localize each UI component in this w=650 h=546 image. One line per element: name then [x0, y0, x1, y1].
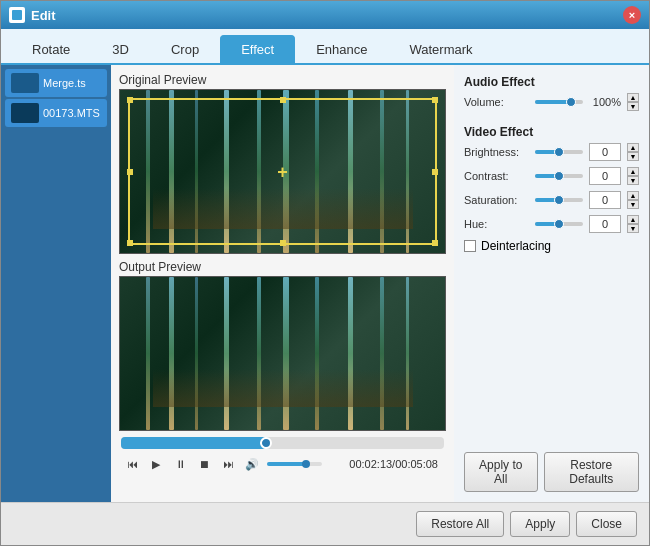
video-effect-section: Video Effect Brightness: 0 ▲ ▼: [464, 125, 639, 253]
crop-handle-mr[interactable]: [432, 169, 438, 175]
apply-to-all-button[interactable]: Apply to All: [464, 452, 538, 492]
hue-slider[interactable]: [535, 217, 583, 231]
tab-3d[interactable]: 3D: [91, 35, 150, 63]
close-window-button[interactable]: ×: [623, 6, 641, 24]
hue-thumb[interactable]: [554, 219, 564, 229]
deinterlacing-label: Deinterlacing: [481, 239, 551, 253]
contrast-spin[interactable]: ▲ ▼: [627, 167, 639, 185]
window-title: Edit: [31, 8, 56, 23]
contrast-up-btn[interactable]: ▲: [627, 167, 639, 176]
crop-handle-bm[interactable]: [280, 240, 286, 246]
saturation-row: Saturation: 0 ▲ ▼: [464, 191, 639, 209]
file-item-merge[interactable]: Merge.ts: [5, 69, 107, 97]
stop-button[interactable]: ⏹: [195, 455, 213, 473]
contrast-thumb[interactable]: [554, 171, 564, 181]
tab-watermark[interactable]: Watermark: [388, 35, 493, 63]
crop-handle-bl[interactable]: [127, 240, 133, 246]
hue-down-btn[interactable]: ▼: [627, 224, 639, 233]
deinterlacing-checkbox[interactable]: [464, 240, 476, 252]
playback-bar: ⏮ ▶ ⏸ ⏹ ⏭ 🔊 00:02:13/00:05:08: [119, 437, 446, 475]
title-bar: Edit ×: [1, 1, 649, 29]
contrast-input[interactable]: 0: [589, 167, 621, 185]
original-preview-section: Original Preview: [119, 73, 446, 254]
saturation-track: [535, 198, 583, 202]
saturation-thumb[interactable]: [554, 195, 564, 205]
title-bar-left: Edit: [9, 7, 56, 23]
brightness-track: [535, 150, 583, 154]
saturation-down-btn[interactable]: ▼: [627, 200, 639, 209]
output-preview-section: Output Preview: [119, 260, 446, 431]
contrast-track: [535, 174, 583, 178]
main-content: Merge.ts 00173.MTS Original Preview: [1, 65, 649, 502]
crop-handle-tl[interactable]: [127, 97, 133, 103]
volume-slider-container[interactable]: [535, 95, 583, 109]
crop-handle-tm[interactable]: [280, 97, 286, 103]
seek-bar-fill: [121, 437, 266, 449]
audio-effect-title: Audio Effect: [464, 75, 639, 89]
brightness-slider[interactable]: [535, 145, 583, 159]
brightness-input[interactable]: 0: [589, 143, 621, 161]
crop-handle-tr[interactable]: [432, 97, 438, 103]
right-panel: Audio Effect Volume: 100% ▲ ▼: [454, 65, 649, 502]
file-thumb-merge: [11, 73, 39, 93]
tab-bar: Rotate 3D Crop Effect Enhance Watermark: [1, 29, 649, 65]
crop-handle-ml[interactable]: [127, 169, 133, 175]
skip-to-start-button[interactable]: ⏮: [123, 455, 141, 473]
skip-to-end-button[interactable]: ⏭: [219, 455, 237, 473]
output-scene-decoration: [120, 277, 445, 430]
seek-bar[interactable]: [121, 437, 444, 449]
brightness-up-btn[interactable]: ▲: [627, 143, 639, 152]
original-video-container: +: [119, 89, 446, 254]
saturation-input[interactable]: 0: [589, 191, 621, 209]
brightness-thumb[interactable]: [554, 147, 564, 157]
svg-rect-0: [12, 10, 22, 20]
restore-defaults-button[interactable]: Restore Defaults: [544, 452, 639, 492]
volume-control-row: Volume: 100% ▲ ▼: [464, 93, 639, 111]
audio-effect-section: Audio Effect Volume: 100% ▲ ▼: [464, 75, 639, 117]
saturation-label: Saturation:: [464, 194, 529, 206]
tab-rotate[interactable]: Rotate: [11, 35, 91, 63]
hue-track: [535, 222, 583, 226]
hue-up-btn[interactable]: ▲: [627, 215, 639, 224]
controls-row: ⏮ ▶ ⏸ ⏹ ⏭ 🔊 00:02:13/00:05:08: [119, 453, 446, 475]
apply-button[interactable]: Apply: [510, 511, 570, 537]
volume-down-btn[interactable]: ▼: [627, 102, 639, 111]
tab-crop[interactable]: Crop: [150, 35, 220, 63]
brightness-down-btn[interactable]: ▼: [627, 152, 639, 161]
close-button[interactable]: Close: [576, 511, 637, 537]
contrast-label: Contrast:: [464, 170, 529, 182]
bottom-bar: Restore All Apply Close: [1, 502, 649, 545]
hue-input[interactable]: 0: [589, 215, 621, 233]
hue-row: Hue: 0 ▲ ▼: [464, 215, 639, 233]
brightness-spin[interactable]: ▲ ▼: [627, 143, 639, 161]
volume-thumb[interactable]: [302, 460, 310, 468]
volume-fill: [267, 462, 306, 466]
hue-spin[interactable]: ▲ ▼: [627, 215, 639, 233]
volume-slider-thumb[interactable]: [566, 97, 576, 107]
file-item-mts[interactable]: 00173.MTS: [5, 99, 107, 127]
file-list: Merge.ts 00173.MTS: [1, 65, 111, 502]
volume-up-btn[interactable]: ▲: [627, 93, 639, 102]
output-video-bg: [120, 277, 445, 430]
saturation-spin[interactable]: ▲ ▼: [627, 191, 639, 209]
app-icon: [9, 7, 25, 23]
contrast-row: Contrast: 0 ▲ ▼: [464, 167, 639, 185]
saturation-up-btn[interactable]: ▲: [627, 191, 639, 200]
pause-button[interactable]: ⏸: [171, 455, 189, 473]
file-name-merge: Merge.ts: [43, 77, 86, 89]
volume-spin[interactable]: ▲ ▼: [627, 93, 639, 111]
file-name-mts: 00173.MTS: [43, 107, 100, 119]
original-video-bg: +: [120, 90, 445, 253]
crop-handle-br[interactable]: [432, 240, 438, 246]
contrast-down-btn[interactable]: ▼: [627, 176, 639, 185]
video-effect-title: Video Effect: [464, 125, 639, 139]
contrast-slider[interactable]: [535, 169, 583, 183]
play-button[interactable]: ▶: [147, 455, 165, 473]
volume-track: [535, 100, 583, 104]
seek-thumb[interactable]: [260, 437, 272, 449]
tab-effect[interactable]: Effect: [220, 35, 295, 63]
volume-slider[interactable]: [267, 462, 322, 466]
saturation-slider[interactable]: [535, 193, 583, 207]
tab-enhance[interactable]: Enhance: [295, 35, 388, 63]
restore-all-button[interactable]: Restore All: [416, 511, 504, 537]
